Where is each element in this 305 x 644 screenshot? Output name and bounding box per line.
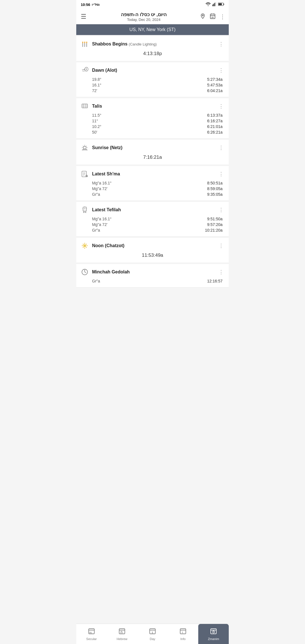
- svg-rect-5: [224, 4, 224, 5]
- zman-title-row-tefilah: Latest Tefilah: [80, 205, 121, 214]
- zman-row-label: 72': [92, 88, 97, 93]
- zman-card-dawn: Dawn (Alot) ⋮ 19.8° 5:27:34a 16.1° 5:47:…: [76, 62, 229, 97]
- zman-more-button-minchah[interactable]: ⋮: [217, 268, 225, 276]
- zman-row-time: 9:57:20a: [207, 222, 223, 227]
- zman-more-button-sunrise[interactable]: ⋮: [217, 143, 225, 152]
- svg-point-17: [84, 42, 85, 43]
- zman-row-label: Mg"a 72': [92, 222, 107, 227]
- zman-title-row-talis: Talis: [80, 102, 102, 111]
- svg-rect-20: [82, 104, 88, 108]
- zman-row: Gr"a 12:16:57: [80, 278, 225, 284]
- status-bar: 10:56 נסל״ו: [76, 0, 229, 9]
- svg-line-47: [83, 244, 84, 245]
- svg-point-7: [202, 15, 203, 16]
- zman-row-label: 11°: [92, 119, 98, 123]
- header-english-date: Today, Dec 20, 2024: [90, 18, 197, 22]
- zman-more-button-noon[interactable]: ⋮: [217, 242, 225, 250]
- zman-row-time: 8:50:51a: [207, 181, 223, 185]
- calendar-button[interactable]: 20: [210, 13, 216, 21]
- zman-title-noon: Noon (Chatzot): [92, 243, 125, 248]
- svg-point-16: [82, 42, 83, 43]
- svg-rect-3: [215, 2, 216, 6]
- svg-line-48: [86, 247, 86, 247]
- zman-card-tefilah: Latest Tefilah ⋮ Mg"a 16.1° 9:51:50a Mg"…: [76, 202, 229, 237]
- svg-rect-1: [213, 4, 214, 6]
- zman-card-shabbos: Shabbos Begins (Candle Lighting) ⋮ 4:13:…: [76, 36, 229, 61]
- zman-row: 50' 6:26:21a: [80, 129, 225, 135]
- svg-line-27: [86, 146, 86, 147]
- zman-title-dawn: Dawn (Alot): [92, 68, 117, 73]
- zman-row-time: 10:21:20a: [205, 228, 223, 232]
- zman-header-shma: Latest Sh'ma ⋮: [80, 169, 225, 179]
- zman-row: Mg"a 72' 8:59:05a: [80, 186, 225, 192]
- zman-rows-talis: 11.5° 6:13:37a 11° 6:16:27a 10.2° 6:21:0…: [80, 112, 225, 135]
- header-hebrew-date: היום, יט כסלו ה-תשפה: [90, 12, 197, 18]
- zman-icon-dawn: [80, 66, 89, 75]
- more-options-button[interactable]: ⋮: [220, 13, 225, 20]
- zman-row-time: 6:21:01a: [207, 124, 223, 129]
- svg-point-18: [86, 42, 87, 43]
- zman-row-label: Gr"a: [92, 228, 100, 232]
- location-button[interactable]: [200, 13, 206, 20]
- menu-button[interactable]: ☰: [80, 12, 88, 21]
- zman-more-button-tefilah[interactable]: ⋮: [217, 206, 225, 214]
- zman-main-time-sunrise: 7:16:21a: [80, 153, 225, 161]
- svg-line-30: [83, 146, 84, 147]
- status-hebrew: נסל״ו: [92, 3, 99, 6]
- zman-icon-minchah: [80, 267, 89, 277]
- zman-rows-shma: Mg"a 16.1° 8:50:51a Mg"a 72' 8:59:05a Gr…: [80, 180, 225, 197]
- svg-line-50: [83, 247, 84, 247]
- zman-more-button-dawn[interactable]: ⋮: [217, 66, 225, 75]
- zman-row: Mg"a 72' 9:57:20a: [80, 222, 225, 227]
- zman-row: 16.1° 5:47:53a: [80, 82, 225, 88]
- zman-title-row-shabbos: Shabbos Begins (Candle Lighting): [80, 40, 157, 49]
- zman-row-label: 10.2°: [92, 124, 101, 129]
- zman-row-time: 9:51:50a: [207, 217, 223, 221]
- zman-header-dawn: Dawn (Alot) ⋮: [80, 66, 225, 75]
- zman-row: Mg"a 16.1° 9:51:50a: [80, 216, 225, 222]
- zman-title-tefilah: Latest Tefilah: [92, 207, 121, 212]
- wifi-icon: [206, 2, 211, 7]
- zman-row-time: 6:16:27a: [207, 119, 223, 123]
- zman-header-talis: Talis ⋮: [80, 102, 225, 111]
- zman-more-button-shabbos[interactable]: ⋮: [217, 40, 225, 48]
- location-text: US, NY, New York (ST): [129, 27, 175, 32]
- zman-row: Gr"a 9:35:05a: [80, 192, 225, 197]
- header: ☰ היום, יט כסלו ה-תשפה Today, Dec 20, 20…: [76, 9, 229, 24]
- zman-row-label: 19.8°: [92, 77, 101, 82]
- zman-card-minchah: Minchah Gedolah ⋮ Gr"a 12:16:57: [76, 264, 229, 288]
- zman-header-sunrise: Sunrise (Netz) ⋮: [80, 143, 225, 152]
- svg-line-53: [85, 272, 86, 273]
- zman-row-time: 6:04:21a: [207, 88, 223, 93]
- zman-rows-dawn: 19.8° 5:27:34a 16.1° 5:47:53a 72' 6:04:2…: [80, 77, 225, 93]
- zman-row-label: 50': [92, 130, 97, 134]
- zman-rows-tefilah: Mg"a 16.1° 9:51:50a Mg"a 72' 9:57:20a Gr…: [80, 216, 225, 233]
- zman-more-button-talis[interactable]: ⋮: [217, 102, 225, 110]
- zman-row-time: 9:35:05a: [207, 192, 223, 197]
- zman-header-minchah: Minchah Gedolah ⋮: [80, 267, 225, 277]
- svg-rect-2: [214, 3, 215, 6]
- zman-row: 11.5° 6:13:37a: [80, 112, 225, 118]
- zman-more-button-shma[interactable]: ⋮: [217, 170, 225, 178]
- zman-row: 10.2° 6:21:01a: [80, 124, 225, 129]
- zman-row-label: Gr"a: [92, 192, 100, 197]
- zman-row-time: 12:16:57: [207, 279, 223, 283]
- zman-row-label: Mg"a 16.1°: [92, 217, 112, 221]
- zman-subtitle-shabbos: (Candle Lighting): [129, 42, 157, 46]
- zman-title-row-minchah: Minchah Gedolah: [80, 267, 130, 277]
- zman-title-row-noon: Noon (Chatzot): [80, 241, 125, 250]
- zman-main-time-shabbos: 4:13:18p: [80, 50, 225, 58]
- zman-icon-shabbos: [80, 40, 89, 49]
- zman-rows-minchah: Gr"a 12:16:57: [80, 278, 225, 284]
- zman-row-label: Gr"a: [92, 279, 100, 283]
- zman-card-sunrise: Sunrise (Netz) ⋮ 7:16:21a: [76, 140, 229, 165]
- zman-icon-talis: [80, 102, 89, 111]
- zman-row-time: 8:59:05a: [207, 186, 223, 191]
- svg-text:20: 20: [211, 16, 213, 19]
- zman-card-shma: Latest Sh'ma ⋮ Mg"a 16.1° 8:50:51a Mg"a …: [76, 166, 229, 201]
- zman-row-time: 5:27:34a: [207, 77, 223, 82]
- zman-row-label: 16.1°: [92, 83, 101, 87]
- zman-header-tefilah: Latest Tefilah ⋮: [80, 205, 225, 214]
- zman-icon-noon: [80, 241, 89, 250]
- zman-title-row-shma: Latest Sh'ma: [80, 169, 120, 179]
